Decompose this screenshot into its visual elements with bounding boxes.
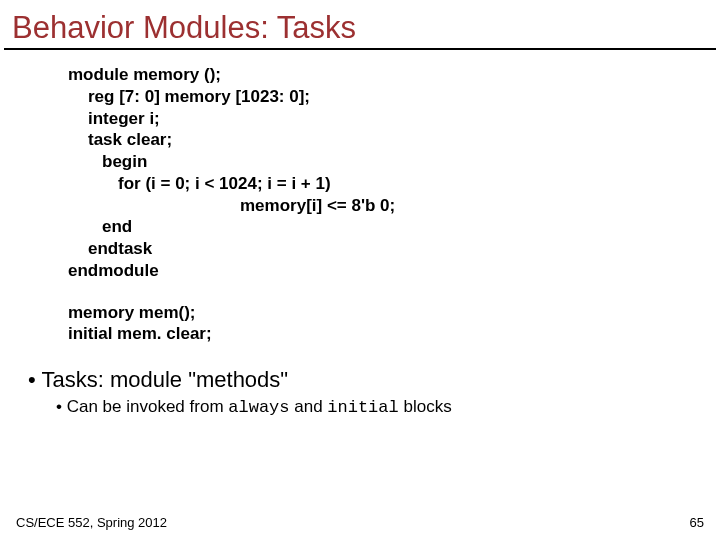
bullet-level1: • Tasks: module "methods"	[28, 367, 720, 393]
footer-left: CS/ECE 552, Spring 2012	[16, 515, 167, 530]
bullet-text: blocks	[399, 397, 452, 416]
footer-page-number: 65	[690, 515, 704, 530]
bullet-text: Tasks: module "methods"	[41, 367, 288, 392]
code-line: initial mem. clear;	[68, 323, 720, 345]
bullet-text: and	[290, 397, 328, 416]
bullet-level2: • Can be invoked from always and initial…	[56, 397, 720, 417]
code-line: endtask	[88, 238, 720, 260]
code-line: begin	[102, 151, 720, 173]
code-line: endmodule	[68, 260, 720, 282]
code-line: end	[102, 216, 720, 238]
keyword: always	[228, 398, 289, 417]
bullet-list: • Tasks: module "methods" • Can be invok…	[28, 367, 720, 417]
footer: CS/ECE 552, Spring 2012 65	[16, 515, 704, 530]
code-line: module memory ();	[68, 64, 720, 86]
code-line: task clear;	[88, 129, 720, 151]
bullet-text: Can be invoked from	[67, 397, 229, 416]
code-line: integer i;	[88, 108, 720, 130]
code-line: reg [7: 0] memory [1023: 0];	[88, 86, 720, 108]
invoke-block: memory mem(); initial mem. clear;	[68, 302, 720, 346]
code-block: module memory (); reg [7: 0] memory [102…	[68, 64, 720, 282]
slide-title: Behavior Modules: Tasks	[0, 0, 720, 48]
code-line: memory[i] <= 8'b 0;	[240, 195, 720, 217]
title-underline	[4, 48, 716, 50]
keyword: initial	[327, 398, 398, 417]
code-line: for (i = 0; i < 1024; i = i + 1)	[118, 173, 720, 195]
code-line: memory mem();	[68, 302, 720, 324]
